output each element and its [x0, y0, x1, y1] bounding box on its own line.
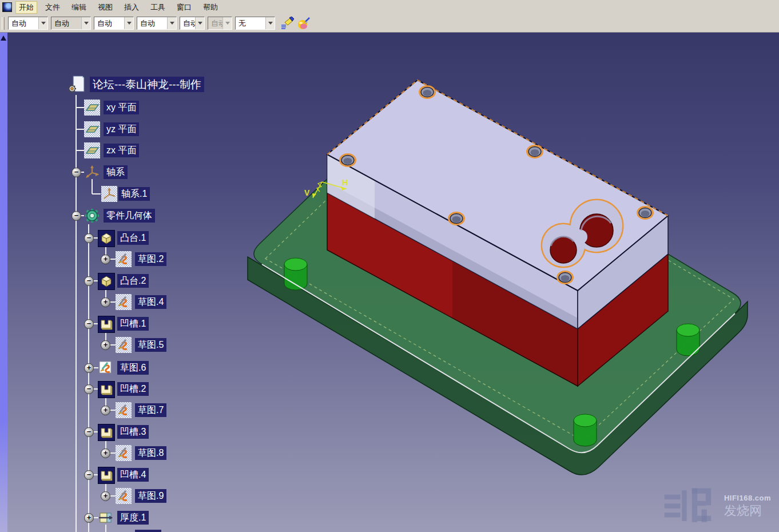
sketch-icon[interactable]: [116, 294, 132, 310]
chevron-down-icon[interactable]: [265, 17, 275, 29]
tree-item-pocket-1[interactable]: 凹槽.1: [117, 317, 149, 331]
axes-dither-icon[interactable]: [101, 186, 117, 202]
collapse-icon-pocket-4[interactable]: −: [84, 470, 94, 480]
menu-item-window[interactable]: 窗口: [173, 1, 195, 14]
tree-item-pad-2[interactable]: 凸台.2: [117, 274, 149, 288]
plane-icon[interactable]: [84, 100, 100, 116]
tree-item-sketch-6[interactable]: 草图.6: [117, 361, 149, 375]
graphic-props-dropdown-4[interactable]: 自动: [137, 17, 177, 30]
tree-connector-line: [88, 224, 89, 532]
tree-item-sketch-5[interactable]: 草图.5: [135, 338, 166, 352]
expand-icon-sketch-4[interactable]: +: [101, 297, 110, 307]
screw-hole[interactable]: [449, 213, 464, 225]
expand-icon-sketch-2[interactable]: +: [101, 255, 110, 264]
plane-icon[interactable]: [84, 121, 100, 137]
tree-item-axis-system[interactable]: 轴系: [104, 165, 128, 179]
sketch-icon[interactable]: [116, 488, 132, 504]
graphic-props-dropdown-5[interactable]: 自动: [180, 17, 205, 30]
menu-item-file[interactable]: 文件: [42, 1, 63, 14]
tree-item-pad-1[interactable]: 凸台.1: [117, 231, 149, 245]
pocket-icon[interactable]: [98, 381, 115, 398]
tree-item-root[interactable]: 论坛---泰山神龙---制作: [90, 77, 204, 92]
sphere-pen-icon[interactable]: [296, 17, 311, 30]
expand-icon-sketch-7[interactable]: +: [101, 406, 110, 415]
collapse-icon-part-body[interactable]: −: [71, 211, 81, 221]
pocket-icon[interactable]: [98, 467, 115, 484]
collapse-icon-pad-1[interactable]: −: [84, 233, 94, 243]
menu-item-insert[interactable]: 插入: [121, 1, 142, 14]
part-root-icon[interactable]: [66, 74, 87, 95]
chevron-down-icon[interactable]: [195, 17, 204, 29]
tree-item-part-body[interactable]: 零件几何体: [104, 209, 155, 223]
pad-icon[interactable]: [98, 230, 115, 247]
menu-item-start[interactable]: 开始: [15, 1, 37, 14]
collapse-icon-pocket-1[interactable]: −: [84, 319, 94, 329]
graphic-props-dropdown-3[interactable]: 自动: [94, 17, 134, 30]
plate-pin-left[interactable]: [284, 258, 307, 290]
expand-icon-sketch-9[interactable]: +: [101, 491, 110, 501]
expand-icon-thickness-1[interactable]: +: [84, 513, 94, 523]
pocket-icon[interactable]: [98, 424, 115, 441]
plane-icon[interactable]: [84, 142, 100, 158]
tree-item-pocket-3[interactable]: 凹槽.3: [117, 425, 149, 439]
collapse-icon-pocket-3[interactable]: −: [84, 427, 94, 437]
thickness-icon[interactable]: [98, 510, 114, 526]
graphic-props-dropdown-2[interactable]: 自动: [51, 17, 91, 30]
sketch-icon[interactable]: [116, 251, 132, 267]
watermark-text: HIFI168.com 发烧网: [724, 494, 771, 519]
partbody-icon[interactable]: [84, 208, 100, 224]
tree-item-sketch-2[interactable]: 草图.2: [135, 252, 166, 266]
screw-hole[interactable]: [527, 146, 543, 158]
scroll-up-icon[interactable]: [1, 35, 6, 41]
watermark-cn: 发烧网: [724, 502, 771, 519]
collapse-icon-axis-system[interactable]: −: [71, 168, 81, 177]
tree-item-thickness-1[interactable]: 厚度.1: [117, 511, 149, 525]
sketch-plain-icon[interactable]: [98, 360, 114, 376]
tree-item-sketch-9[interactable]: 草图.9: [135, 489, 166, 503]
tree-item-partial[interactable]: [135, 530, 161, 532]
tree-item-pocket-2[interactable]: 凹槽.2: [117, 382, 149, 396]
paintbrush-icon[interactable]: [280, 17, 295, 30]
tree-item-plane-yz[interactable]: yz 平面: [104, 122, 139, 136]
menu-item-edit[interactable]: 编辑: [68, 1, 90, 14]
sketch-icon[interactable]: [116, 402, 132, 418]
menu-item-tools[interactable]: 工具: [147, 1, 169, 14]
menu-item-view[interactable]: 视图: [94, 1, 116, 14]
pad-icon[interactable]: [98, 273, 115, 290]
sketch-icon[interactable]: [116, 337, 132, 353]
chevron-down-icon[interactable]: [167, 17, 176, 29]
toolbar-drag-handle[interactable]: [2, 17, 5, 30]
paintbrush-glyph: [280, 17, 294, 30]
screw-hole[interactable]: [420, 86, 435, 98]
tree-item-plane-xy[interactable]: xy 平面: [104, 101, 139, 114]
side-toolbar-strip: [0, 33, 8, 532]
expand-icon-sketch-6[interactable]: +: [84, 363, 94, 373]
tree-item-sketch-7[interactable]: 草图.7: [135, 403, 166, 417]
expand-icon-sketch-8[interactable]: +: [101, 448, 110, 458]
collapse-icon-pad-2[interactable]: −: [84, 276, 94, 286]
screw-hole[interactable]: [638, 207, 653, 219]
app-icon[interactable]: [2, 2, 12, 12]
graphic-props-dropdown-7[interactable]: 无: [235, 17, 275, 30]
collapse-icon-pocket-2[interactable]: −: [84, 384, 94, 394]
tree-item-pocket-4[interactable]: 凹槽.4: [117, 468, 149, 482]
chevron-down-icon: [222, 17, 232, 29]
graphic-props-dropdown-1[interactable]: 自动: [8, 17, 48, 30]
tree-item-plane-zx[interactable]: zx 平面: [104, 144, 139, 157]
tree-item-sketch-4[interactable]: 草图.4: [135, 295, 166, 309]
screw-hole[interactable]: [340, 154, 356, 166]
dropdown-value: 自动: [9, 18, 38, 29]
chevron-down-icon[interactable]: [38, 17, 47, 29]
tree-item-axis-system-1[interactable]: 轴系.1: [118, 187, 150, 201]
pocket-icon[interactable]: [98, 316, 115, 333]
chevron-down-icon[interactable]: [81, 17, 90, 29]
watermark: HIFI168.com 发烧网: [663, 485, 771, 527]
tree-item-sketch-8[interactable]: 草图.8: [135, 446, 166, 460]
plate-pin-front[interactable]: [574, 414, 597, 446]
screw-hole[interactable]: [558, 272, 573, 284]
axes-icon[interactable]: [84, 164, 100, 180]
expand-icon-sketch-5[interactable]: +: [101, 340, 110, 350]
chevron-down-icon[interactable]: [124, 17, 133, 29]
sketch-icon[interactable]: [116, 445, 132, 461]
menu-item-help[interactable]: 帮助: [200, 1, 221, 14]
